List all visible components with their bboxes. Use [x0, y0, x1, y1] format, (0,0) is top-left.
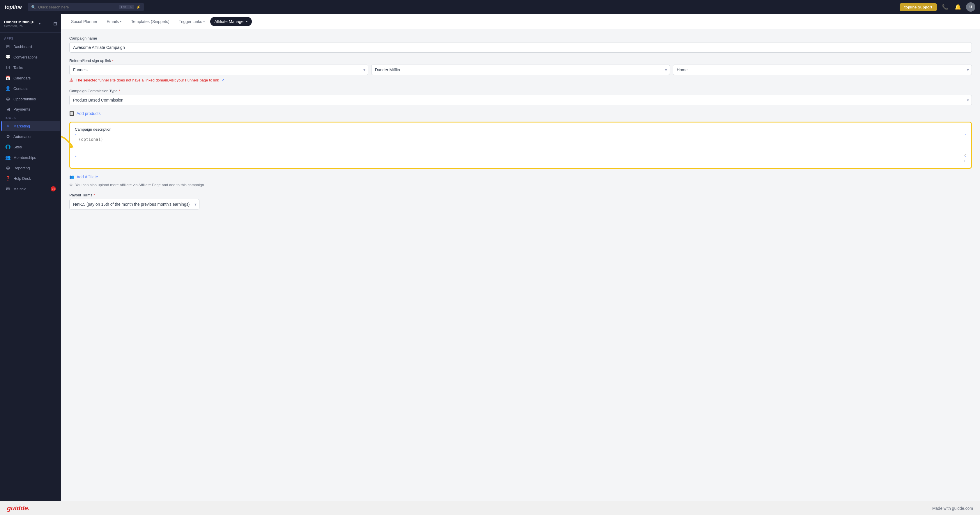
warning-message: ⚠ The selected funnel site does not have… — [69, 78, 972, 83]
workspace-location: Scranton, PA — [4, 24, 38, 28]
memberships-icon: 👥 — [5, 155, 11, 160]
add-products-button[interactable]: 🔲 Add products — [69, 111, 972, 116]
automation-icon: ⚙ — [5, 134, 11, 139]
sidebar-item-label: Calendars — [13, 76, 30, 80]
sub-nav-social-planner[interactable]: Social Planner — [67, 17, 101, 26]
required-marker: * — [112, 59, 113, 63]
contacts-icon: 👤 — [5, 86, 11, 91]
sidebar-item-tasks[interactable]: ☑ Tasks — [1, 63, 60, 73]
add-affiliate-button[interactable]: 👥 Add Affiliate — [69, 174, 972, 179]
referral-account-wrapper[interactable]: Dunder Mifflin — [371, 65, 670, 75]
payout-select-wrapper[interactable]: Net-15 (pay on 15th of the month the pre… — [69, 199, 199, 209]
description-label: Campaign description — [75, 127, 966, 132]
marketing-icon: ✳ — [5, 124, 11, 128]
dropdown-icon: ▾ — [246, 19, 248, 23]
sidebar-item-label: Reporting — [13, 166, 30, 170]
commission-type-select[interactable]: Product Based Commission — [69, 95, 972, 105]
affiliate-info: ⚙ You can also upload more affiliate via… — [69, 183, 972, 187]
sub-nav-trigger-links[interactable]: Trigger Links ▾ — [175, 17, 209, 26]
sidebar-item-payments[interactable]: 🖥 Payments — [1, 105, 60, 114]
notification-icon[interactable]: 🔔 — [953, 2, 963, 12]
helpdesk-icon: ❓ — [5, 176, 11, 181]
sidebar-item-marketing[interactable]: ✳ Marketing — [1, 121, 60, 131]
referral-page-wrapper[interactable]: Home — [673, 65, 972, 75]
referral-link-group: Referral/lead sign up link * Funnels Dun… — [69, 59, 972, 83]
sidebar-item-label: Automation — [13, 135, 33, 139]
sidebar-item-contacts[interactable]: 👤 Contacts — [1, 84, 60, 93]
commission-type-wrapper[interactable]: Product Based Commission — [69, 95, 972, 105]
conversations-icon: 💬 — [5, 54, 11, 60]
sidebar-item-memberships[interactable]: 👥 Memberships — [1, 152, 60, 162]
sidebar-item-opportunities[interactable]: ◎ Opportunities — [1, 94, 60, 104]
sidebar-item-dashboard[interactable]: ⊞ Dashboard — [1, 41, 60, 52]
tools-section-label: Tools — [0, 114, 61, 121]
commission-type-label: Campaign Commission Type * — [69, 89, 972, 93]
sidebar-item-label: Conversations — [13, 55, 38, 59]
sidebar-collapse-icon[interactable]: ⊟ — [53, 21, 57, 27]
dropdown-icon: ▾ — [120, 19, 122, 23]
warning-link[interactable]: ↗ — [221, 78, 224, 82]
sidebar-item-label: Sites — [13, 145, 22, 149]
campaign-name-label: Campaign name — [69, 36, 972, 40]
commission-type-group: Campaign Commission Type * Product Based… — [69, 89, 972, 105]
search-shortcut: Ctrl + K — [119, 5, 134, 9]
sidebar-item-reporting[interactable]: ◎ Reporting — [1, 163, 60, 173]
workspace-selector[interactable]: Dunder Mifflin [D... Scranton, PA ▾ ⊟ — [0, 17, 61, 33]
sidebar-item-label: Help Desk — [13, 176, 31, 181]
campaign-name-input[interactable] — [69, 42, 972, 53]
top-nav: topline 🔍 Ctrl + K ⚡ topline Support 📞 🔔… — [0, 0, 980, 14]
support-button[interactable]: topline Support — [900, 3, 937, 11]
phone-icon[interactable]: 📞 — [940, 2, 950, 12]
warning-text: The selected funnel site does not have a… — [76, 78, 219, 82]
sub-nav-affiliate-manager[interactable]: Affiliate Manager ▾ — [210, 17, 252, 26]
opportunities-icon: ◎ — [5, 96, 11, 101]
reporting-icon: ◎ — [5, 165, 11, 171]
sidebar-item-label: Tasks — [13, 65, 23, 70]
sidebar-item-conversations[interactable]: 💬 Conversations — [1, 52, 60, 62]
referral-type-select[interactable]: Funnels — [69, 65, 368, 75]
description-box: Campaign description 0 — [69, 122, 972, 169]
sub-nav-label: Templates (Snippets) — [131, 19, 169, 24]
description-section: Campaign description 0 — [69, 122, 972, 169]
sidebar-item-mailfold[interactable]: ✉ Mailfold 21 — [1, 184, 60, 194]
apps-section-label: Apps — [0, 35, 61, 41]
lightning-icon: ⚡ — [136, 5, 141, 9]
app-layout: Dunder Mifflin [D... Scranton, PA ▾ ⊟ Ap… — [0, 14, 980, 501]
sub-nav-label: Affiliate Manager — [214, 19, 245, 24]
sidebar-item-label: Dashboard — [13, 44, 32, 49]
sidebar-item-sites[interactable]: 🌐 Sites — [1, 142, 60, 152]
add-affiliate-label: Add Affiliate — [76, 174, 98, 179]
tasks-icon: ☑ — [5, 65, 11, 70]
payout-select[interactable]: Net-15 (pay on 15th of the month the pre… — [69, 199, 199, 209]
sidebar-item-label: Payments — [13, 107, 30, 111]
calendars-icon: 📅 — [5, 75, 11, 81]
search-bar[interactable]: 🔍 Ctrl + K ⚡ — [28, 3, 144, 11]
sub-nav-emails[interactable]: Emails ▾ — [102, 17, 126, 26]
chevron-down-icon: ▾ — [39, 22, 40, 25]
sub-nav-label: Emails — [107, 19, 119, 24]
referral-select-row: Funnels Dunder Mifflin Home — [69, 65, 972, 75]
sub-nav-templates[interactable]: Templates (Snippets) — [127, 17, 173, 26]
campaign-name-group: Campaign name — [69, 36, 972, 53]
sidebar-item-automation[interactable]: ⚙ Automation — [1, 132, 60, 141]
sites-icon: 🌐 — [5, 144, 11, 149]
referral-type-wrapper[interactable]: Funnels — [69, 65, 368, 75]
sub-header: Social Planner Emails ▾ Templates (Snipp… — [61, 14, 980, 29]
sidebar: Dunder Mifflin [D... Scranton, PA ▾ ⊟ Ap… — [0, 14, 61, 501]
referral-account-select[interactable]: Dunder Mifflin — [371, 65, 670, 75]
sidebar-item-label: Marketing — [13, 124, 30, 128]
mailfold-icon: ✉ — [5, 186, 11, 192]
sidebar-item-helpdesk[interactable]: ❓ Help Desk — [1, 173, 60, 183]
sidebar-item-calendars[interactable]: 📅 Calendars — [1, 73, 60, 83]
add-products-icon: 🔲 — [69, 111, 74, 116]
search-icon: 🔍 — [31, 5, 36, 9]
mailfold-badge: 21 — [51, 186, 56, 192]
referral-page-select[interactable]: Home — [673, 65, 972, 75]
app-logo: topline — [5, 4, 22, 10]
avatar[interactable]: U — [966, 2, 975, 12]
workspace-toggle[interactable]: Dunder Mifflin [D... Scranton, PA ▾ — [4, 20, 40, 28]
search-input[interactable] — [38, 5, 117, 9]
add-affiliate-icon: 👥 — [69, 174, 74, 179]
description-textarea[interactable] — [75, 134, 966, 157]
workspace-name: Dunder Mifflin [D... — [4, 20, 38, 24]
